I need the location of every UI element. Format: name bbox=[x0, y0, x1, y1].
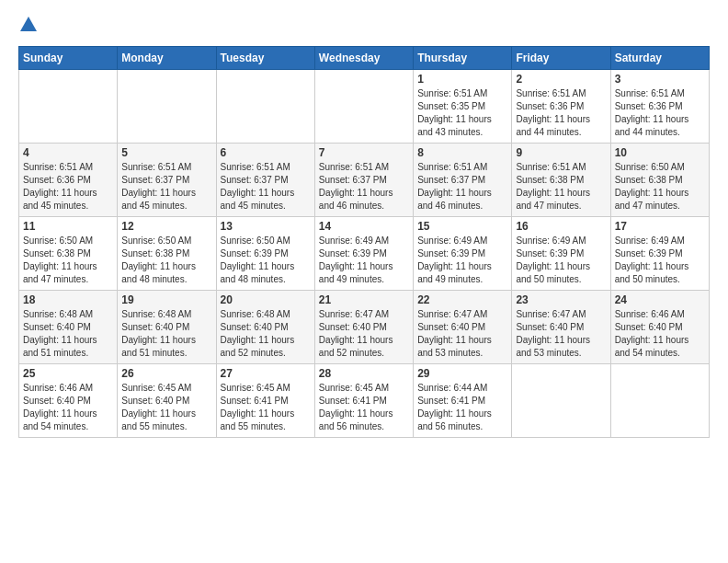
page-header bbox=[18, 15, 710, 35]
day-number: 1 bbox=[417, 73, 507, 86]
calendar-day bbox=[216, 70, 314, 144]
day-info: Sunrise: 6:51 AM Sunset: 6:36 PM Dayligh… bbox=[615, 87, 705, 139]
day-number: 14 bbox=[319, 220, 409, 233]
calendar-table: SundayMondayTuesdayWednesdayThursdayFrid… bbox=[18, 46, 710, 438]
generalblue-logo-icon bbox=[18, 15, 39, 35]
day-number: 26 bbox=[121, 367, 211, 380]
calendar-day: 18Sunrise: 6:48 AM Sunset: 6:40 PM Dayli… bbox=[19, 291, 118, 364]
day-info: Sunrise: 6:51 AM Sunset: 6:37 PM Dayligh… bbox=[121, 161, 211, 213]
calendar-day bbox=[512, 364, 610, 438]
calendar-day: 20Sunrise: 6:48 AM Sunset: 6:40 PM Dayli… bbox=[216, 291, 314, 364]
calendar-day: 3Sunrise: 6:51 AM Sunset: 6:36 PM Daylig… bbox=[610, 70, 709, 144]
calendar-day: 27Sunrise: 6:45 AM Sunset: 6:41 PM Dayli… bbox=[216, 364, 314, 438]
day-info: Sunrise: 6:45 AM Sunset: 6:41 PM Dayligh… bbox=[221, 382, 311, 433]
header-saturday: Saturday bbox=[610, 47, 709, 70]
calendar-day: 1Sunrise: 6:51 AM Sunset: 6:35 PM Daylig… bbox=[414, 70, 512, 144]
calendar-day: 24Sunrise: 6:46 AM Sunset: 6:40 PM Dayli… bbox=[610, 291, 709, 364]
day-info: Sunrise: 6:50 AM Sunset: 6:38 PM Dayligh… bbox=[615, 161, 705, 213]
calendar-day: 9Sunrise: 6:51 AM Sunset: 6:38 PM Daylig… bbox=[512, 144, 610, 217]
header-thursday: Thursday bbox=[414, 47, 512, 70]
day-number: 25 bbox=[23, 367, 113, 380]
calendar-day: 23Sunrise: 6:47 AM Sunset: 6:40 PM Dayli… bbox=[512, 291, 610, 364]
svg-marker-0 bbox=[20, 17, 37, 31]
day-info: Sunrise: 6:48 AM Sunset: 6:40 PM Dayligh… bbox=[221, 308, 311, 360]
day-info: Sunrise: 6:45 AM Sunset: 6:40 PM Dayligh… bbox=[121, 382, 211, 433]
calendar-day: 7Sunrise: 6:51 AM Sunset: 6:37 PM Daylig… bbox=[314, 144, 413, 217]
day-info: Sunrise: 6:50 AM Sunset: 6:38 PM Dayligh… bbox=[121, 235, 211, 286]
day-info: Sunrise: 6:48 AM Sunset: 6:40 PM Dayligh… bbox=[23, 308, 113, 360]
calendar-day: 2Sunrise: 6:51 AM Sunset: 6:36 PM Daylig… bbox=[512, 70, 610, 144]
calendar-day: 25Sunrise: 6:46 AM Sunset: 6:40 PM Dayli… bbox=[19, 364, 118, 438]
day-info: Sunrise: 6:48 AM Sunset: 6:40 PM Dayligh… bbox=[121, 308, 211, 360]
day-number: 3 bbox=[615, 73, 705, 86]
day-number: 17 bbox=[615, 220, 705, 233]
calendar-day: 22Sunrise: 6:47 AM Sunset: 6:40 PM Dayli… bbox=[414, 291, 512, 364]
day-info: Sunrise: 6:46 AM Sunset: 6:40 PM Dayligh… bbox=[615, 308, 705, 360]
day-number: 9 bbox=[516, 146, 606, 159]
day-info: Sunrise: 6:47 AM Sunset: 6:40 PM Dayligh… bbox=[516, 308, 606, 360]
calendar-header-row: SundayMondayTuesdayWednesdayThursdayFrid… bbox=[19, 47, 710, 70]
day-number: 8 bbox=[417, 146, 507, 159]
day-info: Sunrise: 6:51 AM Sunset: 6:36 PM Dayligh… bbox=[23, 161, 113, 213]
day-number: 29 bbox=[417, 367, 507, 380]
day-info: Sunrise: 6:51 AM Sunset: 6:37 PM Dayligh… bbox=[319, 161, 409, 213]
calendar-day bbox=[19, 70, 118, 144]
calendar-day: 21Sunrise: 6:47 AM Sunset: 6:40 PM Dayli… bbox=[314, 291, 413, 364]
day-info: Sunrise: 6:49 AM Sunset: 6:39 PM Dayligh… bbox=[417, 235, 507, 286]
day-info: Sunrise: 6:51 AM Sunset: 6:37 PM Dayligh… bbox=[221, 161, 311, 213]
day-info: Sunrise: 6:49 AM Sunset: 6:39 PM Dayligh… bbox=[319, 235, 409, 286]
calendar-day: 17Sunrise: 6:49 AM Sunset: 6:39 PM Dayli… bbox=[610, 217, 709, 291]
calendar-week-row: 11Sunrise: 6:50 AM Sunset: 6:38 PM Dayli… bbox=[19, 217, 710, 291]
day-info: Sunrise: 6:45 AM Sunset: 6:41 PM Dayligh… bbox=[319, 382, 409, 433]
day-info: Sunrise: 6:49 AM Sunset: 6:39 PM Dayligh… bbox=[615, 235, 705, 286]
day-info: Sunrise: 6:44 AM Sunset: 6:41 PM Dayligh… bbox=[417, 382, 507, 433]
calendar-day: 12Sunrise: 6:50 AM Sunset: 6:38 PM Dayli… bbox=[118, 217, 216, 291]
day-number: 7 bbox=[319, 146, 409, 159]
logo bbox=[18, 15, 42, 35]
day-info: Sunrise: 6:51 AM Sunset: 6:38 PM Dayligh… bbox=[516, 161, 606, 213]
day-info: Sunrise: 6:47 AM Sunset: 6:40 PM Dayligh… bbox=[417, 308, 507, 360]
day-number: 6 bbox=[221, 146, 311, 159]
header-tuesday: Tuesday bbox=[216, 47, 314, 70]
day-info: Sunrise: 6:49 AM Sunset: 6:39 PM Dayligh… bbox=[516, 235, 606, 286]
day-number: 24 bbox=[615, 293, 705, 306]
calendar-day: 29Sunrise: 6:44 AM Sunset: 6:41 PM Dayli… bbox=[414, 364, 512, 438]
calendar-day: 19Sunrise: 6:48 AM Sunset: 6:40 PM Dayli… bbox=[118, 291, 216, 364]
day-info: Sunrise: 6:51 AM Sunset: 6:37 PM Dayligh… bbox=[417, 161, 507, 213]
day-number: 16 bbox=[516, 220, 606, 233]
day-number: 10 bbox=[615, 146, 705, 159]
day-number: 21 bbox=[319, 293, 409, 306]
day-number: 4 bbox=[23, 146, 113, 159]
calendar-day: 14Sunrise: 6:49 AM Sunset: 6:39 PM Dayli… bbox=[314, 217, 413, 291]
day-info: Sunrise: 6:50 AM Sunset: 6:39 PM Dayligh… bbox=[221, 235, 311, 286]
day-number: 27 bbox=[221, 367, 311, 380]
calendar-day: 5Sunrise: 6:51 AM Sunset: 6:37 PM Daylig… bbox=[118, 144, 216, 217]
day-number: 18 bbox=[23, 293, 113, 306]
calendar-day bbox=[610, 364, 709, 438]
day-info: Sunrise: 6:50 AM Sunset: 6:38 PM Dayligh… bbox=[23, 235, 113, 286]
header-friday: Friday bbox=[512, 47, 610, 70]
day-number: 19 bbox=[121, 293, 211, 306]
calendar-day: 6Sunrise: 6:51 AM Sunset: 6:37 PM Daylig… bbox=[216, 144, 314, 217]
calendar-day: 16Sunrise: 6:49 AM Sunset: 6:39 PM Dayli… bbox=[512, 217, 610, 291]
day-number: 20 bbox=[221, 293, 311, 306]
header-wednesday: Wednesday bbox=[314, 47, 413, 70]
day-number: 28 bbox=[319, 367, 409, 380]
day-info: Sunrise: 6:46 AM Sunset: 6:40 PM Dayligh… bbox=[23, 382, 113, 433]
day-number: 22 bbox=[417, 293, 507, 306]
calendar-week-row: 25Sunrise: 6:46 AM Sunset: 6:40 PM Dayli… bbox=[19, 364, 710, 438]
day-info: Sunrise: 6:47 AM Sunset: 6:40 PM Dayligh… bbox=[319, 308, 409, 360]
calendar-week-row: 4Sunrise: 6:51 AM Sunset: 6:36 PM Daylig… bbox=[19, 144, 710, 217]
calendar-week-row: 1Sunrise: 6:51 AM Sunset: 6:35 PM Daylig… bbox=[19, 70, 710, 144]
day-info: Sunrise: 6:51 AM Sunset: 6:35 PM Dayligh… bbox=[417, 87, 507, 139]
calendar-day: 10Sunrise: 6:50 AM Sunset: 6:38 PM Dayli… bbox=[610, 144, 709, 217]
header-sunday: Sunday bbox=[19, 47, 118, 70]
calendar-day: 8Sunrise: 6:51 AM Sunset: 6:37 PM Daylig… bbox=[414, 144, 512, 217]
calendar-day: 4Sunrise: 6:51 AM Sunset: 6:36 PM Daylig… bbox=[19, 144, 118, 217]
day-number: 11 bbox=[23, 220, 113, 233]
calendar-day bbox=[118, 70, 216, 144]
day-number: 2 bbox=[516, 73, 606, 86]
day-info: Sunrise: 6:51 AM Sunset: 6:36 PM Dayligh… bbox=[516, 87, 606, 139]
day-number: 15 bbox=[417, 220, 507, 233]
day-number: 5 bbox=[121, 146, 211, 159]
